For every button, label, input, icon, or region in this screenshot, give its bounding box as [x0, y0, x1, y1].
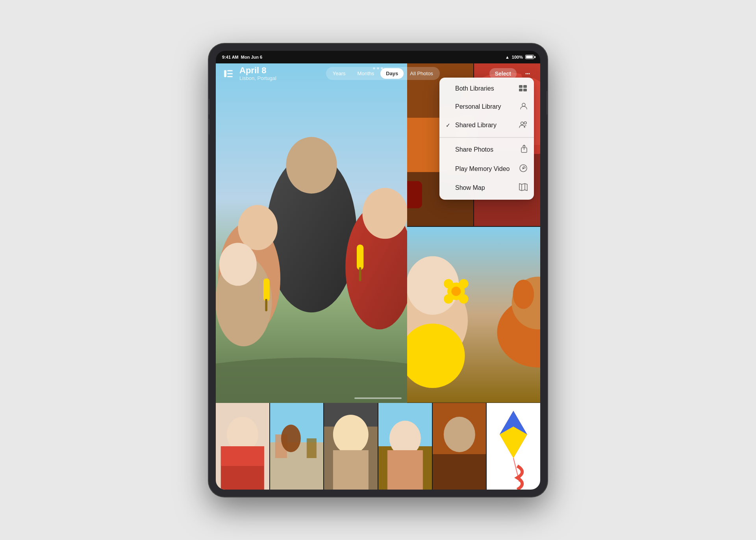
menu-item-shared-library[interactable]: ✓ Shared Library — [439, 116, 534, 135]
svg-point-12 — [238, 205, 278, 250]
svg-point-4 — [526, 73, 527, 74]
show-map-label: Show Map — [455, 184, 485, 191]
menu-item-show-map-left: Show Map — [446, 184, 485, 191]
both-libraries-label: Both Libraries — [455, 85, 494, 92]
svg-rect-74 — [523, 89, 527, 91]
svg-point-14 — [362, 188, 407, 239]
volume-up-button — [209, 99, 209, 115]
both-libraries-icon — [519, 84, 528, 93]
show-map-icon — [519, 183, 528, 193]
menu-item-share-photos-left: Share Photos — [446, 146, 493, 153]
date-subtitle: Lisbon, Portugal — [239, 75, 276, 81]
nav-left: April 8 Lisbon, Portugal — [222, 66, 276, 81]
thumb-2[interactable] — [270, 403, 324, 490]
svg-rect-19 — [263, 278, 270, 301]
scroll-indicator — [354, 397, 402, 399]
family-photo-image — [216, 63, 407, 403]
svg-marker-81 — [519, 184, 527, 191]
personal-library-label: Personal Library — [455, 103, 501, 110]
menu-item-personal-library[interactable]: Personal Library — [439, 98, 534, 116]
thumb-1[interactable] — [216, 403, 269, 490]
dropdown-menu: Both Libraries — [439, 78, 534, 200]
svg-point-10 — [286, 137, 337, 193]
svg-rect-71 — [519, 85, 523, 88]
svg-point-38 — [444, 294, 453, 304]
time-display: 9:41 AM — [222, 55, 239, 59]
menu-item-both-libraries-left: Both Libraries — [446, 85, 494, 92]
svg-rect-0 — [224, 70, 226, 77]
svg-marker-80 — [523, 167, 525, 169]
svg-point-35 — [459, 279, 469, 289]
menu-item-play-memory-left: Play Memory Video — [446, 165, 510, 173]
status-bar: 9:41 AM Mon Jun 6 ▲ 100% — [216, 51, 540, 63]
three-dots-indicator — [369, 63, 387, 73]
menu-section-library: Both Libraries — [439, 78, 534, 137]
wifi-icon: ▲ — [505, 55, 510, 59]
battery-percent: 100% — [512, 55, 523, 59]
svg-point-8 — [216, 358, 407, 403]
play-memory-icon — [519, 164, 528, 174]
shared-library-check: ✓ — [446, 122, 452, 128]
svg-point-56 — [333, 415, 369, 454]
menu-item-show-map[interactable]: Show Map — [439, 179, 534, 197]
share-photos-icon — [521, 145, 528, 155]
right-photo-girl-dog[interactable] — [407, 227, 540, 403]
thumb-3[interactable] — [324, 403, 378, 490]
dot-3 — [381, 67, 383, 69]
date-info: April 8 Lisbon, Portugal — [239, 66, 276, 81]
battery-icon — [525, 55, 534, 59]
menu-item-share-photos[interactable]: Share Photos — [439, 140, 534, 160]
main-featured-photo[interactable] — [216, 63, 407, 403]
svg-point-42 — [513, 280, 534, 309]
svg-rect-3 — [227, 76, 233, 77]
svg-rect-26 — [407, 181, 422, 208]
svg-rect-2 — [227, 73, 233, 74]
svg-point-6 — [529, 73, 530, 74]
bottom-thumbnails — [216, 403, 540, 490]
dot-1 — [373, 67, 375, 69]
share-photos-label: Share Photos — [455, 146, 493, 153]
svg-rect-16 — [359, 267, 361, 281]
date-display: Mon Jun 6 — [241, 55, 262, 59]
menu-section-actions: Share Photos — [439, 138, 534, 200]
sidebar-toggle-button[interactable] — [222, 67, 235, 80]
svg-point-53 — [281, 425, 301, 452]
svg-point-18 — [219, 243, 257, 286]
svg-rect-57 — [333, 450, 369, 490]
menu-item-personal-library-left: Personal Library — [446, 103, 501, 110]
menu-item-both-libraries[interactable]: Both Libraries — [439, 80, 534, 98]
svg-rect-20 — [265, 299, 267, 311]
svg-rect-1 — [227, 70, 233, 71]
ipad-frame: 9:41 AM Mon Jun 6 ▲ 100% — [209, 44, 547, 497]
personal-library-icon — [520, 102, 528, 112]
svg-point-64 — [444, 417, 475, 452]
svg-rect-61 — [387, 450, 423, 490]
battery-fill — [526, 56, 533, 58]
status-bar-left: 9:41 AM Mon Jun 6 — [222, 55, 262, 59]
svg-point-76 — [521, 122, 524, 124]
status-bar-right: ▲ 100% — [505, 55, 534, 59]
ipad-screen: 9:41 AM Mon Jun 6 ▲ 100% — [216, 51, 540, 490]
svg-rect-52 — [307, 438, 317, 458]
menu-item-shared-library-left: ✓ Shared Library — [446, 122, 497, 129]
menu-item-play-memory-video[interactable]: Play Memory Video — [439, 160, 534, 179]
svg-rect-15 — [357, 244, 363, 270]
thumb-4[interactable] — [378, 403, 432, 490]
segment-years[interactable]: Years — [327, 68, 351, 79]
svg-point-77 — [524, 122, 526, 124]
volume-down-button — [209, 119, 209, 134]
svg-rect-65 — [433, 454, 486, 490]
svg-point-39 — [452, 287, 461, 296]
shared-library-label: Shared Library — [455, 122, 497, 129]
dot-2 — [377, 67, 379, 69]
svg-rect-73 — [523, 85, 527, 88]
power-button — [547, 91, 547, 115]
photos-app: April 8 Lisbon, Portugal Years Months Da… — [216, 51, 540, 490]
thumb-5[interactable] — [433, 403, 486, 490]
shared-library-icon — [519, 121, 528, 130]
thumb-6[interactable] — [487, 403, 540, 490]
segment-all-photos[interactable]: All Photos — [404, 68, 439, 79]
svg-rect-48 — [221, 446, 264, 466]
svg-point-5 — [527, 73, 528, 74]
play-memory-label: Play Memory Video — [455, 165, 510, 173]
